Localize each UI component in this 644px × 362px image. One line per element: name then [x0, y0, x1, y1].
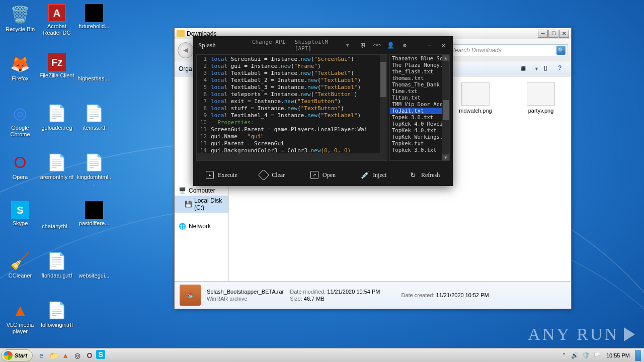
script-item[interactable]: the_flash.txt: [390, 68, 442, 75]
execute-button[interactable]: ▸Execute: [197, 167, 246, 183]
back-button[interactable]: ◄: [178, 42, 194, 58]
script-item[interactable]: thomas.txt: [390, 75, 442, 81]
script-item[interactable]: TopKek 4.0 Reveil: [390, 121, 442, 127]
splash-titlebar[interactable]: Splash Change API -- SkisploitM [API] ▼ …: [193, 36, 453, 54]
desktop-icon[interactable]: OOpera: [3, 152, 38, 180]
file-item[interactable]: mdwatch.png: [455, 82, 496, 114]
desktop-icon[interactable]: 📄followingin.rtf: [39, 300, 74, 328]
shield-icon[interactable]: ⛨: [359, 40, 367, 50]
desktop-icon[interactable]: SSkype: [3, 201, 38, 227]
script-item[interactable]: Time.txt: [390, 88, 442, 95]
desktop-icon[interactable]: 🧹CCleaner: [3, 250, 38, 279]
desktop-icon-label: Skype: [3, 220, 38, 227]
desktop-icon[interactable]: highesthas....: [76, 53, 112, 82]
desktop-icon-label: itemss.rtf: [76, 125, 112, 131]
desktop-icon[interactable]: ◎Google Chrome: [3, 103, 38, 137]
desktop-icon[interactable]: 📄guloader.reg: [39, 103, 74, 131]
script-item[interactable]: TopKek Workings.: [390, 134, 442, 140]
minimize-button[interactable]: ─: [425, 40, 434, 50]
splash-window: Splash Change API -- SkisploitM [API] ▼ …: [193, 36, 453, 186]
inject-button[interactable]: 💉Inject: [349, 167, 398, 183]
script-item[interactable]: Topkek.txt: [390, 140, 442, 147]
desktop-icon-label: FileZilla Client: [39, 72, 74, 79]
minimize-button[interactable]: ─: [538, 30, 548, 38]
desktop-icon[interactable]: ▲VLC media player: [3, 300, 38, 334]
desktop-icon[interactable]: 🗑️Recycle Bin: [3, 4, 38, 33]
taskbar: Start e 📁 ▲ ◎ O S ⌃ 🔊 🛡️ 🏳️ 10:55 PM: [0, 348, 644, 362]
tray-expand-icon[interactable]: ⌃: [560, 351, 568, 359]
script-item[interactable]: ToJail.txt: [390, 108, 442, 114]
script-item[interactable]: Titan.txt: [390, 95, 442, 101]
sidebar-item-local-disk[interactable]: 💾 Local Disk (C:): [175, 196, 228, 213]
tray-flag-icon[interactable]: 🏳️: [593, 351, 601, 359]
desktop-icon[interactable]: futureholid...: [76, 4, 112, 30]
tray-volume-icon[interactable]: 🔊: [571, 351, 579, 359]
api-name[interactable]: SkisploitM [API]: [295, 39, 341, 52]
script-item[interactable]: Topek 3.0.txt: [390, 114, 442, 121]
script-item[interactable]: Topkek 3.0.txt: [390, 147, 442, 153]
api-dropdown-icon[interactable]: ▼: [346, 43, 349, 48]
computer-icon: 🖥️: [179, 187, 187, 194]
code-content[interactable]: local ScreenGui = Instance.new("ScreenGu…: [209, 55, 380, 160]
help-icon[interactable]: ?: [558, 64, 567, 73]
file-name: mdwatch.png: [459, 108, 492, 114]
code-vscrollbar[interactable]: [380, 55, 387, 160]
view-icon[interactable]: ▦: [520, 64, 529, 73]
search-icon[interactable]: 🔍: [556, 46, 566, 55]
desktop-icon[interactable]: 📄floridaaug.rtf: [39, 250, 74, 279]
organize-button[interactable]: Orga: [179, 65, 192, 72]
user-icon[interactable]: 👤: [386, 40, 395, 50]
scroll-down-icon[interactable]: ▼: [442, 154, 449, 160]
clear-button[interactable]: Clear: [248, 167, 297, 183]
code-hscrollbar[interactable]: [197, 153, 380, 160]
script-list: Thanatos Blue ScyThe Plaza Money.tthe_fl…: [389, 54, 450, 161]
desktop-icon-label: floridaaug.rtf: [39, 273, 74, 279]
desktop-icon[interactable]: 📄kingdomhtml...: [76, 152, 112, 187]
start-button[interactable]: Start: [1, 349, 33, 361]
scripts-vscrollbar[interactable]: ▲ ▼: [442, 55, 449, 160]
script-item[interactable]: Thomas_The_Dank: [390, 81, 442, 88]
desktop-icon[interactable]: 📄aremonthly.rtf: [39, 152, 74, 180]
taskbar-opera[interactable]: O: [84, 350, 95, 361]
change-api-button[interactable]: Change API --: [252, 39, 290, 52]
scroll-up-icon[interactable]: ▲: [442, 55, 449, 61]
desktop-icon-label: Recycle Bin: [3, 26, 38, 33]
maximize-button[interactable]: ☐: [548, 30, 558, 38]
gear-icon[interactable]: ⚙: [400, 40, 409, 50]
taskbar-chrome[interactable]: ◎: [72, 350, 83, 361]
search-input[interactable]: Search Downloads 🔍: [448, 44, 568, 56]
desktop-icon[interactable]: FzFileZilla Client: [39, 53, 74, 79]
desktop-icon-label: websitegui...: [76, 273, 112, 279]
watermark: ANY RUN: [528, 325, 635, 344]
mask-icon[interactable]: ◠◠: [373, 40, 381, 50]
app-icon: [84, 53, 105, 74]
script-item[interactable]: The Plaza Money.t: [390, 62, 442, 68]
line-gutter: 123456789101112131415: [197, 55, 209, 160]
desktop-icon[interactable]: 🦊Firefox: [3, 53, 38, 82]
preview-icon[interactable]: ▯: [544, 64, 553, 73]
tray-shield-icon[interactable]: 🛡️: [582, 351, 590, 359]
desktop-icon[interactable]: pastdiffere...: [76, 201, 112, 227]
taskbar-explorer[interactable]: 📁: [48, 350, 59, 361]
script-item[interactable]: Thanatos Blue Scy: [390, 55, 442, 62]
taskbar-vlc[interactable]: ▲: [60, 350, 71, 361]
script-item[interactable]: TopKek 4.0.txt: [390, 127, 442, 134]
sidebar-item-network[interactable]: 🌐 Network: [175, 220, 228, 231]
tray-clock[interactable]: 10:55 PM: [604, 352, 632, 358]
open-button[interactable]: ↗Open: [299, 167, 348, 183]
close-button[interactable]: ✕: [439, 40, 448, 50]
refresh-button[interactable]: ↻Refresh: [400, 167, 449, 183]
taskbar-skype[interactable]: S: [96, 350, 105, 359]
desktop-icon[interactable]: 📄itemss.rtf: [76, 103, 112, 131]
desktop-icon[interactable]: chatanythi...: [39, 201, 74, 230]
show-desktop[interactable]: [635, 350, 641, 361]
taskbar-ie[interactable]: e: [36, 350, 47, 361]
desktop-icon[interactable]: AAcrobat Reader DC: [39, 4, 74, 36]
file-item[interactable]: partyv.png: [521, 82, 561, 114]
close-button[interactable]: ✕: [559, 30, 569, 38]
script-item[interactable]: TMM Vip Door Acc: [390, 101, 442, 108]
view-dropdown-icon[interactable]: ▼: [534, 66, 539, 71]
desktop-icon[interactable]: websitegui...: [76, 250, 112, 279]
app-icon: ◎: [10, 103, 31, 124]
code-editor[interactable]: 123456789101112131415 local ScreenGui = …: [196, 54, 387, 161]
